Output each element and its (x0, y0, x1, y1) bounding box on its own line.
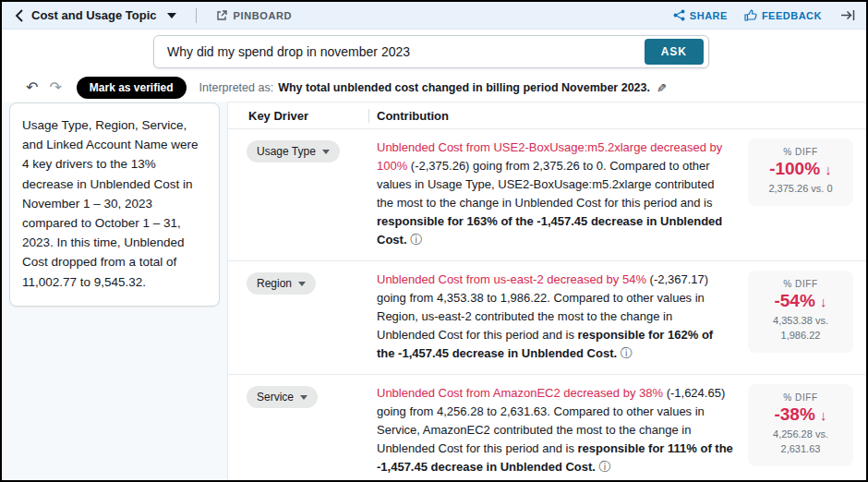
mark-as-verified-button[interactable]: Mark as verified (77, 77, 187, 99)
feedback-label: FEEDBACK (762, 10, 822, 21)
back-icon[interactable] (15, 9, 23, 22)
content-area: Usage Type, Region, Service, and Linked … (2, 102, 866, 480)
edit-interpretation-icon[interactable]: ✎ (657, 81, 667, 95)
chevron-down-icon (300, 395, 307, 400)
chevron-down-icon (298, 282, 306, 286)
pinboard-label: PINBOARD (234, 10, 292, 21)
share-label: SHARE (690, 10, 728, 21)
diff-comparison: 4,256.28 vs. 2,631.63 (753, 428, 848, 457)
driver-pill-usage-type[interactable]: Usage Type (247, 140, 340, 163)
percent-diff-card: % DIFF -38% ↓ 4,256.28 vs. 2,631.63 (748, 384, 853, 466)
app-window: Cost and Usage Topic PINBOARD SHARE FEED… (0, 0, 868, 482)
driver-pill-service[interactable]: Service (247, 386, 318, 408)
question-input[interactable] (167, 44, 645, 59)
ask-button[interactable]: ASK (645, 39, 704, 65)
column-header-key-driver: Key Driver (228, 109, 368, 123)
contribution-text: Unblended Cost from USE2-BoxUsage:m5.2xl… (369, 139, 748, 249)
percent-diff-value: -100% ↓ (753, 159, 848, 179)
table-row: Usage Type Unblended Cost from USE2-BoxU… (228, 129, 866, 261)
column-header-contribution: Contribution (369, 109, 449, 123)
table-row: Region Unblended Cost from us-east-2 dec… (228, 261, 866, 375)
thumbs-up-icon (744, 9, 757, 21)
interpretation-text: Why total unblended cost changed in bill… (278, 81, 650, 94)
info-icon[interactable]: ⓘ (599, 460, 611, 474)
diff-comparison: 2,375.26 vs. 0 (753, 182, 848, 197)
contribution-text: Unblended Cost from AmazonEC2 decreased … (369, 384, 748, 476)
info-icon[interactable]: ⓘ (410, 233, 422, 247)
percent-diff-value: -38% ↓ (753, 404, 848, 425)
divider (196, 8, 197, 23)
share-icon (673, 9, 685, 21)
ask-bar-section: ASK (2, 30, 866, 74)
key-drivers-table: Key Driver Contribution Usage Type Unble… (228, 102, 866, 480)
feedback-button[interactable]: FEEDBACK (744, 9, 822, 21)
table-row: Service Unblended Cost from AmazonEC2 de… (228, 375, 866, 482)
redo-icon[interactable]: ↷ (49, 80, 61, 95)
table-header: Key Driver Contribution (228, 102, 866, 129)
pinboard-button[interactable]: PINBOARD (216, 9, 292, 21)
interpreted-as-label: Interpreted as: (199, 81, 274, 94)
contribution-text: Unblended Cost from us-east-2 decreased … (369, 271, 748, 363)
summary-card: Usage Type, Region, Service, and Linked … (9, 102, 220, 307)
down-arrow-icon: ↓ (825, 162, 832, 177)
percent-diff-card: % DIFF -100% ↓ 2,375.26 vs. 0 (748, 139, 853, 206)
top-bar: Cost and Usage Topic PINBOARD SHARE FEED… (2, 2, 866, 30)
topic-selector-label[interactable]: Cost and Usage Topic (31, 8, 157, 22)
ask-bar: ASK (153, 35, 709, 68)
percent-diff-value: -54% ↓ (753, 291, 848, 311)
interpretation-bar: ↶ ↷ Mark as verified Interpreted as: Why… (2, 74, 866, 102)
share-button[interactable]: SHARE (673, 9, 728, 21)
info-icon[interactable]: ⓘ (621, 346, 633, 360)
chevron-down-icon[interactable] (167, 13, 176, 18)
undo-icon[interactable]: ↶ (26, 80, 38, 95)
chevron-down-icon (322, 150, 330, 154)
percent-diff-card: % DIFF -54% ↓ 4,353.38 vs. 1,986.22 (748, 271, 853, 353)
driver-pill-region[interactable]: Region (247, 272, 316, 295)
summary-panel: Usage Type, Region, Service, and Linked … (2, 102, 228, 480)
diff-comparison: 4,353.38 vs. 1,986.22 (753, 314, 848, 343)
collapse-panel-icon[interactable] (840, 9, 855, 21)
down-arrow-icon: ↓ (820, 407, 827, 423)
pinboard-icon (216, 9, 228, 21)
down-arrow-icon: ↓ (820, 294, 827, 309)
summary-text: Usage Type, Region, Service, and Linked … (22, 118, 199, 289)
